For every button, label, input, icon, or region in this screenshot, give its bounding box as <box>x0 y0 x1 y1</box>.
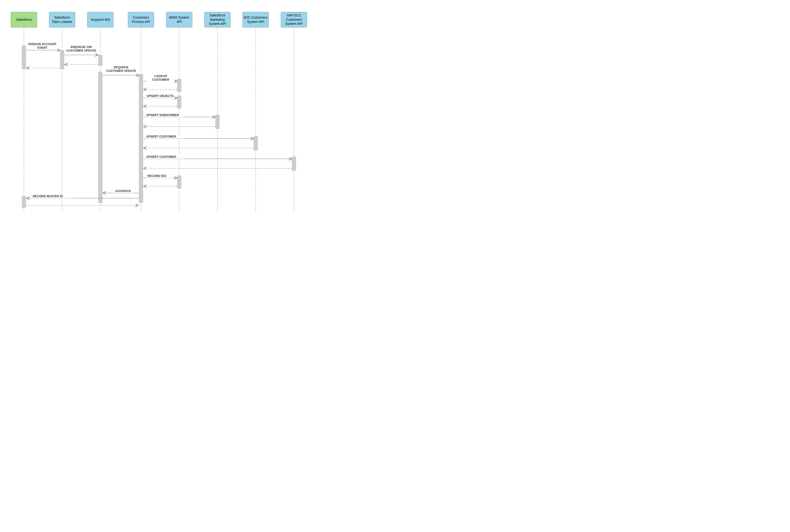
msg-person-account-event: PERSON ACCOUNT EVENT <box>27 42 57 50</box>
lifeline <box>255 27 256 211</box>
msg-record-master-id: RECORD MASTER ID <box>32 195 73 198</box>
msg-ack-nack: ACK/NACK <box>112 189 134 193</box>
activation-process <box>139 74 143 203</box>
activation-sfmc <box>215 115 220 129</box>
sequence-diagram: Salesforce Salesforce Topic Listener Any… <box>7 7 313 212</box>
activation-mdm-record <box>177 175 181 189</box>
activation-b2c <box>254 136 258 150</box>
lifeline <box>294 27 294 211</box>
msg-enqueue-cim: ENQUEUE CIM CUSTOMER UPDATE <box>66 45 97 53</box>
participant-sap-api: SAP ECC Customers System API <box>281 12 307 27</box>
msg-record-ids: RECORD IDS <box>147 174 173 178</box>
msg-upsert-customer-sap: UPSERT CUSTOMER <box>146 155 184 159</box>
msg-upsert-subscriber: UPSERT SUBSCRIBER <box>146 113 184 117</box>
participant-process-api: Customers Process API <box>128 12 154 27</box>
msg-upsert-objects: UPSERT OBJECTS <box>146 94 175 98</box>
activation-salesforce <box>22 45 26 69</box>
activation-mdm-upsert <box>177 96 181 109</box>
msg-lookup-customer: LOOKUP CUSTOMER <box>147 75 174 82</box>
arrows-overlay <box>7 7 313 212</box>
participant-mq: Anypoint MQ <box>87 12 113 27</box>
activation-listener <box>60 50 64 69</box>
activation-sap <box>292 156 296 171</box>
activation-mq-enqueue <box>98 55 103 66</box>
activation-mq-long <box>98 72 103 203</box>
participant-listener: Salesforce Topic Listener <box>49 12 75 27</box>
msg-dequeue: DEQUEUE CUSTOMER UPDATE <box>106 66 137 73</box>
activation-mdm-lookup <box>177 79 181 92</box>
participant-b2c-api: B2C Customers System API <box>242 12 269 27</box>
participant-salesforce: Salesforce <box>11 12 37 27</box>
msg-upsert-customer-b2c: UPSERT CUSTOMER <box>146 135 184 138</box>
activation-salesforce-end <box>22 196 26 208</box>
participant-sfmc-api: Salesforce Marketing System API <box>204 12 231 27</box>
participant-mdm-api: MDM System API <box>166 12 192 27</box>
